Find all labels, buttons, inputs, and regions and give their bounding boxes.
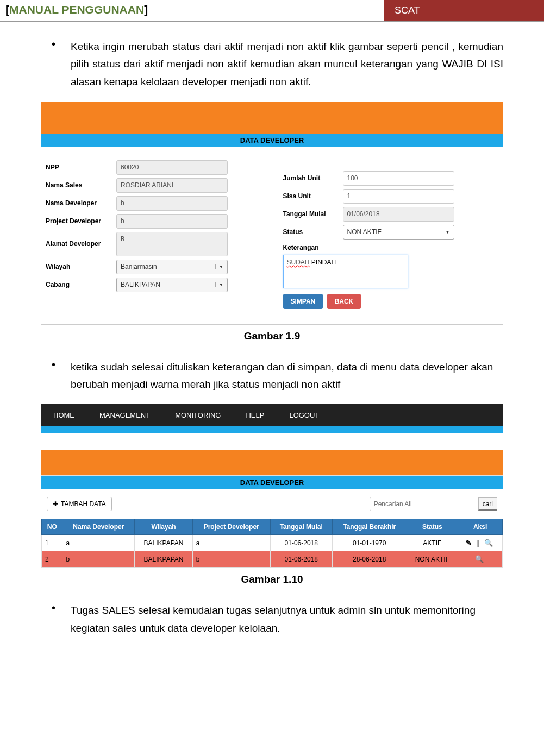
- table-row: 2bBALIKPAPANb01-06-201828-06-2018NON AKT…: [42, 551, 503, 568]
- nav-help[interactable]: HELP: [233, 404, 277, 426]
- td-project: b: [192, 551, 270, 568]
- tambah-data-button[interactable]: ✚ TAMBAH DATA: [47, 497, 112, 511]
- td-project: a: [192, 535, 270, 551]
- input-sisa-unit[interactable]: [343, 189, 454, 204]
- td-nama: b: [62, 551, 135, 568]
- th-status: Status: [407, 519, 458, 535]
- developer-table: NO Nama Developer Wilayah Project Develo…: [41, 519, 503, 568]
- bullet-1-text: Ketika ingin merubah status dari aktif m…: [71, 38, 503, 91]
- label-nama-sales: Nama Sales: [46, 181, 116, 189]
- label-sisa-unit: Sisa Unit: [283, 192, 343, 200]
- td-no: 2: [42, 551, 62, 568]
- caption-1: Gambar 1.9: [41, 330, 503, 342]
- th-mulai: Tanggal Mulai: [270, 519, 332, 535]
- th-aksi: Aksi: [458, 519, 503, 535]
- label-wilayah: Wilayah: [46, 263, 116, 270]
- plus-icon: ✚: [53, 500, 58, 508]
- bullet-3: Tugas SALES selesai kemudaian tugas sela…: [41, 602, 503, 637]
- input-jumlah-unit[interactable]: [343, 171, 454, 186]
- td-aksi[interactable]: 🔍: [458, 551, 503, 568]
- td-nama: a: [62, 535, 135, 551]
- nav-bar: HOME MANAGEMENT MONITORING HELP LOGOUT: [41, 404, 503, 426]
- input-npp[interactable]: [116, 160, 228, 175]
- label-jumlah-unit: Jumlah Unit: [283, 174, 343, 182]
- td-akhir: 01-01-1970: [332, 535, 407, 551]
- cari-button[interactable]: cari: [478, 497, 497, 511]
- label-cabang: Cabang: [46, 281, 116, 288]
- label-keterangan: Keterangan: [283, 244, 499, 251]
- edit-search-icons[interactable]: ✎ | 🔍: [466, 539, 495, 547]
- td-wilayah: BALIKPAPAN: [135, 551, 193, 568]
- cyan-strip: [41, 426, 503, 433]
- header-right-badge: SCAT: [384, 0, 544, 21]
- label-project-developer: Project Developer: [46, 217, 116, 225]
- page-header: [MANUAL PENGGUNAAN] SCAT: [0, 0, 544, 22]
- orange-header-bar: [41, 102, 503, 134]
- keterangan-value-prefix: SUDAH: [287, 259, 310, 266]
- th-nama: Nama Developer: [62, 519, 135, 535]
- nav-monitoring[interactable]: MONITORING: [162, 404, 233, 426]
- bullet-1: Ketika ingin merubah status dari aktif m…: [41, 38, 503, 91]
- bullet-2: ketika sudah selesai dituliskan keterang…: [41, 358, 503, 394]
- search-icon[interactable]: 🔍: [475, 555, 485, 563]
- keterangan-value-suffix: PINDAH: [310, 259, 336, 266]
- label-nama-developer: Nama Developer: [46, 199, 116, 207]
- select-status[interactable]: NON AKTIF: [343, 225, 454, 240]
- td-status: NON AKTIF: [407, 551, 458, 568]
- select-wilayah[interactable]: Banjarmasin: [116, 260, 228, 274]
- input-tanggal-mulai[interactable]: [343, 207, 454, 222]
- input-project-developer[interactable]: [116, 214, 228, 229]
- td-mulai: 01-06-2018: [270, 551, 332, 568]
- orange-bar-2: [41, 450, 503, 475]
- label-status: Status: [283, 228, 343, 236]
- input-nama-sales[interactable]: [116, 178, 228, 193]
- nav-home[interactable]: HOME: [41, 404, 87, 426]
- input-nama-developer[interactable]: [116, 196, 228, 211]
- input-alamat-developer[interactable]: B: [116, 232, 228, 256]
- data-developer-banner-2: DATA DEVELOPER: [41, 476, 503, 489]
- td-status: AKTIF: [407, 535, 458, 551]
- screenshot-2: HOME MANAGEMENT MONITORING HELP LOGOUT D…: [41, 404, 503, 568]
- td-akhir: 28-06-2018: [332, 551, 407, 568]
- manual-title: MANUAL PENGGUNAAN: [9, 3, 144, 16]
- td-aksi[interactable]: ✎ | 🔍: [458, 535, 503, 551]
- bullet-3-text: Tugas SALES selesai kemudaian tugas sela…: [71, 602, 503, 637]
- table-row: 1aBALIKPAPANa01-06-201801-01-1970AKTIF✎ …: [42, 535, 503, 551]
- bullet-2-text: ketika sudah selesai dituliskan keterang…: [71, 358, 503, 394]
- td-mulai: 01-06-2018: [270, 535, 332, 551]
- screenshot-1: DATA DEVELOPER NPP Nama Sales Nama Devel…: [41, 102, 503, 325]
- caption-2: Gambar 1.10: [41, 574, 503, 585]
- th-project: Project Developer: [192, 519, 270, 535]
- label-npp: NPP: [46, 163, 116, 171]
- textarea-keterangan[interactable]: SUDAH PINDAH: [283, 255, 408, 288]
- th-wilayah: Wilayah: [135, 519, 193, 535]
- simpan-button[interactable]: SIMPAN: [283, 294, 323, 309]
- th-no: NO: [42, 519, 62, 535]
- th-berakhir: Tanggal Berakhir: [332, 519, 407, 535]
- bracket-close: ]: [144, 3, 148, 16]
- nav-logout[interactable]: LOGOUT: [277, 404, 332, 426]
- header-left: [MANUAL PENGGUNAAN]: [0, 0, 384, 21]
- label-alamat-developer: Alamat Developer: [46, 240, 116, 248]
- select-cabang[interactable]: BALIKPAPAN: [116, 278, 228, 292]
- nav-management[interactable]: MANAGEMENT: [87, 404, 162, 426]
- back-button[interactable]: BACK: [327, 294, 361, 309]
- tambah-label: TAMBAH DATA: [61, 500, 106, 508]
- td-no: 1: [42, 535, 62, 551]
- data-developer-banner: DATA DEVELOPER: [41, 134, 503, 147]
- bracket-open: [: [5, 3, 9, 16]
- label-tanggal-mulai: Tanggal Mulai: [283, 210, 343, 218]
- search-input[interactable]: [370, 497, 478, 511]
- td-wilayah: BALIKPAPAN: [135, 535, 193, 551]
